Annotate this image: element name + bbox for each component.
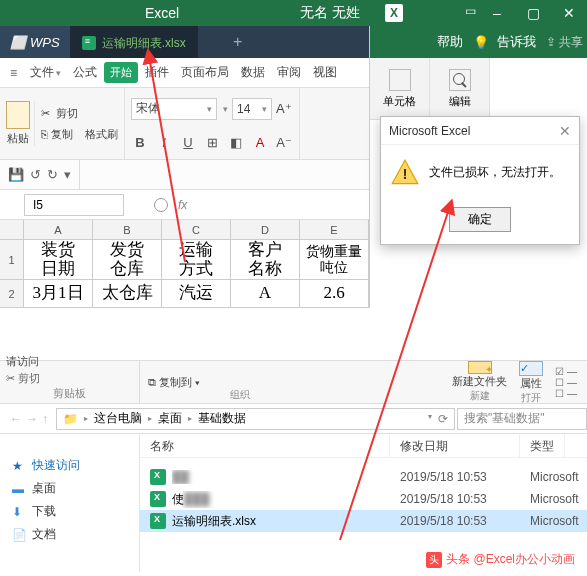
menu-pagelayout[interactable]: 页面布局 bbox=[176, 64, 234, 81]
menu-start[interactable]: 开始 bbox=[104, 62, 138, 83]
qb-more-icon[interactable]: ▾ bbox=[64, 167, 71, 182]
sidebar-downloads[interactable]: ⬇下载 bbox=[0, 500, 139, 523]
increase-font-button[interactable]: A⁺ bbox=[276, 101, 292, 116]
cell[interactable]: 太仓库 bbox=[93, 280, 162, 307]
menu-formula[interactable]: 公式 bbox=[68, 64, 102, 81]
maximize-button[interactable]: ▢ bbox=[515, 0, 551, 26]
copy-button[interactable]: ⎘ 复制 bbox=[41, 127, 73, 142]
col-header[interactable]: C bbox=[162, 220, 231, 239]
nav-up-button[interactable]: ↑ bbox=[42, 412, 48, 426]
xlsx-icon bbox=[82, 36, 96, 50]
wps-menu-icon[interactable]: ≡ bbox=[4, 66, 23, 80]
cells-group[interactable]: 单元格 bbox=[370, 58, 430, 119]
excel-ribbon-cells-edit: 单元格 编辑 bbox=[370, 58, 490, 120]
col-type[interactable]: 类型 bbox=[520, 434, 565, 457]
cell[interactable]: 装货日期 bbox=[24, 240, 93, 279]
decrease-font-button[interactable]: A⁻ bbox=[275, 135, 293, 150]
namebox-search-icon[interactable] bbox=[154, 198, 168, 212]
row-header[interactable]: 2 bbox=[0, 280, 24, 307]
col-header[interactable]: E bbox=[300, 220, 369, 239]
sidebar-documents[interactable]: 📄文档 bbox=[0, 523, 139, 546]
nav-back-button[interactable]: ← bbox=[10, 412, 22, 426]
dialog-title: Microsoft Excel bbox=[389, 124, 470, 138]
col-header[interactable]: A bbox=[24, 220, 93, 239]
quick-access-group: 请访问 ✂ 剪切 剪贴板 bbox=[0, 361, 140, 403]
cut-button[interactable]: ✂剪切 bbox=[41, 106, 118, 121]
col-header[interactable]: D bbox=[231, 220, 300, 239]
edit-group[interactable]: 编辑 bbox=[430, 58, 490, 119]
row-header[interactable]: 1 bbox=[0, 240, 24, 279]
menu-review[interactable]: 审阅 bbox=[272, 64, 306, 81]
breadcrumb[interactable]: 📁 ▸ 这台电脑▸ 桌面▸ 基础数据 ▾⟳ bbox=[56, 408, 455, 430]
font-name-select[interactable]: 宋体▾ bbox=[131, 98, 217, 120]
name-box[interactable]: I5 bbox=[24, 194, 124, 216]
font-size-select[interactable]: 14▾ bbox=[232, 98, 272, 120]
refresh-button[interactable]: ⟳ bbox=[438, 412, 448, 426]
cell[interactable]: 3月1日 bbox=[24, 280, 93, 307]
cut-icon[interactable]: ✂ 剪切 bbox=[6, 371, 40, 386]
copy-to-button[interactable]: ⧉ 复制到 ▾ bbox=[148, 375, 200, 390]
tellme-label[interactable]: 告诉我 bbox=[497, 33, 536, 51]
close-button[interactable]: ✕ bbox=[551, 0, 587, 26]
select-all-corner[interactable] bbox=[0, 220, 24, 239]
select-group[interactable]: ☑ —☐ —☐ — bbox=[555, 361, 577, 403]
excel-app-name: Excel bbox=[145, 5, 179, 21]
explorer-ribbon: 请访问 ✂ 剪切 剪贴板 ⧉ 复制到 ▾ 组织 ✦ 新建文件夹 新建 ✓ 属性 … bbox=[0, 360, 587, 404]
qb-back-icon[interactable]: ↺ bbox=[30, 167, 41, 182]
col-date[interactable]: 修改日期 bbox=[390, 434, 520, 457]
fill-color-button[interactable]: ◧ bbox=[227, 135, 245, 150]
cell[interactable]: 2.6 bbox=[300, 280, 369, 307]
col-header[interactable]: B bbox=[93, 220, 162, 239]
wps-quickbar: 💾 ↺ ↻ ▾ bbox=[0, 160, 369, 190]
paste-icon bbox=[6, 101, 30, 129]
excel-logo-icon: X bbox=[385, 4, 403, 22]
properties-button[interactable]: ✓ 属性 打开 bbox=[519, 361, 543, 403]
warning-icon: ! bbox=[391, 159, 419, 185]
xlsx-icon bbox=[150, 513, 166, 529]
qb-save-icon[interactable]: 💾 bbox=[8, 167, 24, 182]
menu-insert[interactable]: 插件 bbox=[140, 64, 174, 81]
menu-data[interactable]: 数据 bbox=[236, 64, 270, 81]
wps-tab-file[interactable]: 运输明细表.xlsx bbox=[70, 26, 198, 58]
menu-view[interactable]: 视图 bbox=[308, 64, 342, 81]
cell[interactable]: 发货仓库 bbox=[93, 240, 162, 279]
file-row[interactable]: 使███ 2019/5/18 10:53 Microsoft bbox=[140, 488, 587, 510]
cell[interactable]: A bbox=[231, 280, 300, 307]
col-name[interactable]: 名称 bbox=[140, 434, 390, 457]
cell[interactable]: 汽运 bbox=[162, 280, 231, 307]
sidebar-desktop[interactable]: ▬桌面 bbox=[0, 477, 139, 500]
qb-fwd-icon[interactable]: ↻ bbox=[47, 167, 58, 182]
wps-titlebar: ⬜WPS 运输明细表.xlsx + bbox=[0, 26, 369, 58]
cell[interactable]: 客户名称 bbox=[231, 240, 300, 279]
font-color-button[interactable]: A bbox=[251, 135, 269, 150]
italic-button[interactable]: I bbox=[155, 135, 173, 150]
new-folder-button[interactable]: ✦ 新建文件夹 新建 bbox=[452, 361, 507, 403]
cell[interactable]: 运输方式 bbox=[162, 240, 231, 279]
paste-button[interactable]: 粘贴 bbox=[6, 101, 35, 146]
file-row[interactable]: ██ 2019/5/18 10:53 Microsoft bbox=[140, 466, 587, 488]
ribbon-opts-icon[interactable]: ▭ bbox=[465, 4, 479, 18]
nav-fwd-button[interactable]: → bbox=[26, 412, 38, 426]
explorer-search-input[interactable]: 搜索"基础数据" bbox=[457, 408, 587, 430]
cell[interactable]: 货物重量吨位 bbox=[300, 240, 369, 279]
dialog-close-button[interactable]: ✕ bbox=[559, 123, 571, 139]
minimize-button[interactable]: – bbox=[479, 0, 515, 26]
menu-file[interactable]: 文件▾ bbox=[25, 64, 66, 81]
file-row-selected[interactable]: 运输明细表.xlsx 2019/5/18 10:53 Microsoft bbox=[140, 510, 587, 532]
ok-button[interactable]: 确定 bbox=[449, 207, 511, 232]
wps-window: ⬜WPS 运输明细表.xlsx + ≡ 文件▾ 公式 开始 插件 页面布局 数据… bbox=[0, 26, 370, 308]
sidebar-quick-access[interactable]: ★快速访问 bbox=[0, 454, 139, 477]
format-painter-button[interactable]: 格式刷 bbox=[85, 127, 118, 142]
dialog-message: 文件已损坏，无法打开。 bbox=[429, 164, 561, 181]
share-button[interactable]: ⇪共享 bbox=[546, 34, 583, 51]
wps-new-tab-button[interactable]: + bbox=[222, 26, 254, 58]
svg-text:!: ! bbox=[402, 165, 407, 182]
spreadsheet[interactable]: A B C D E 1 装货日期 发货仓库 运输方式 客户名称 货物重量吨位 2… bbox=[0, 220, 369, 308]
help-tab[interactable]: 帮助 bbox=[437, 33, 463, 51]
underline-button[interactable]: U bbox=[179, 135, 197, 150]
excel-titlebar: Excel 无名 无姓 X ▭ – ▢ ✕ bbox=[0, 0, 587, 26]
fx-label[interactable]: fx bbox=[178, 198, 187, 212]
bold-button[interactable]: B bbox=[131, 135, 149, 150]
border-button[interactable]: ⊞ bbox=[203, 135, 221, 150]
tellme-icon[interactable]: 💡 bbox=[473, 35, 487, 49]
